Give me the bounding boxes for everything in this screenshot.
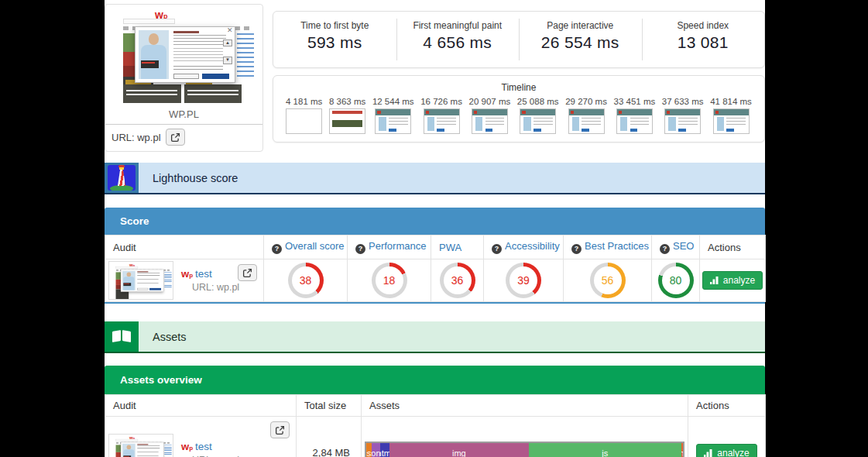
assets-stacked-bar: cssfonthtmlimgjsother — [365, 442, 684, 457]
timeline-item-6: 25 088 ms — [517, 97, 559, 134]
help-icon[interactable]: ? — [571, 244, 582, 254]
lighthouse-section-header: Lighthouse score — [105, 163, 765, 194]
timeline-thumbnail — [375, 108, 411, 134]
col-audit: Audit — [105, 395, 297, 417]
column-header-pwa[interactable]: PWA — [431, 235, 484, 259]
asset-segment-img: img — [389, 443, 529, 457]
help-icon[interactable]: ? — [355, 244, 365, 254]
metric-value: 26 554 ms — [519, 33, 642, 52]
column-header-performance[interactable]: ?Performance — [348, 235, 431, 259]
score-table: Audit?Overall score?PerformancePWA?Acces… — [105, 235, 766, 302]
timeline-item-1: 4 181 ms — [286, 97, 322, 134]
external-link-icon — [242, 268, 252, 278]
score-gauge: 39 — [506, 263, 541, 298]
actions-cell: analyze — [688, 417, 766, 457]
open-audit-button[interactable] — [270, 421, 290, 438]
timeline-thumbnail — [713, 108, 750, 134]
timeline-time: 41 814 ms — [710, 97, 752, 106]
col-total-size: Total size — [297, 395, 362, 417]
timeline-time: 12 544 ms — [372, 97, 414, 106]
app-viewport: wp ✕ ▲ ▼ — [0, 0, 868, 457]
metric-2: First meaningful paint4 656 ms — [396, 12, 520, 67]
timeline-item-5: 20 907 ms — [469, 97, 511, 134]
score-value: 36 — [444, 266, 472, 294]
timeline-thumbnail — [520, 108, 556, 134]
metric-value: 593 ms — [273, 33, 396, 52]
column-header-accessibility[interactable]: ?Accessibility — [484, 235, 564, 259]
column-header-actions: Actions — [700, 235, 766, 259]
audit-cell: wp — [105, 417, 297, 457]
timeline-thumbnail — [568, 108, 605, 134]
score-cell-pwa: 36 — [431, 259, 484, 302]
total-size-value: 2,84 MB — [297, 417, 362, 457]
summary-row: wp ✕ ▲ ▼ — [105, 0, 765, 152]
help-icon[interactable]: ? — [492, 244, 502, 254]
metric-3: Page interactive26 554 ms — [519, 12, 642, 67]
score-table-row: wp — [105, 259, 766, 302]
score-panel-heading: Score — [105, 208, 765, 235]
lighthouse-icon — [105, 163, 139, 193]
assets-panel: Assets overview Audit Total size Assets … — [105, 366, 765, 457]
asset-segment-html: html — [380, 443, 389, 457]
metric-1: Time to first byte593 ms — [273, 12, 396, 67]
help-icon[interactable]: ? — [272, 244, 282, 254]
audit-thumbnail: wp — [108, 261, 173, 300]
bar-chart-icon — [710, 276, 719, 285]
audit-cell: wp — [105, 259, 264, 302]
timeline-time: 4 181 ms — [286, 97, 322, 106]
analyze-button[interactable]: analyze — [702, 271, 763, 290]
timeline-time: 16 726 ms — [420, 97, 462, 106]
analyze-button[interactable]: analyze — [696, 444, 756, 457]
actions-cell: analyze — [700, 259, 766, 302]
assets-table-row: wp — [105, 417, 766, 457]
asset-segment-font: font — [372, 443, 380, 457]
column-header-seo[interactable]: ?SEO — [652, 235, 700, 259]
timeline-time: 29 270 ms — [565, 97, 607, 106]
timeline-thumbnail — [329, 108, 365, 134]
audit-name-link[interactable]: test — [195, 441, 212, 452]
open-audit-button[interactable] — [238, 264, 257, 281]
timeline-thumbnail — [616, 108, 653, 134]
assets-section-title: Assets — [153, 331, 187, 343]
metric-4: Speed index13 081 — [642, 12, 765, 67]
timeline-thumbnail — [472, 108, 508, 134]
score-gauge: 18 — [372, 263, 407, 298]
timeline-thumbnail — [286, 108, 322, 134]
timeline-time: 20 907 ms — [469, 97, 511, 106]
site-card: wp ✕ ▲ ▼ — [105, 4, 263, 152]
timeline-thumbnail — [424, 108, 460, 134]
wp-logo: wp — [181, 441, 193, 452]
summary-right: Time to first byte593 msFirst meaningful… — [273, 4, 765, 152]
score-cell-overall-score: 38 — [264, 259, 348, 302]
bar-chart-icon — [704, 448, 713, 457]
metric-value: 13 081 — [642, 33, 765, 52]
score-gauge: 56 — [590, 263, 626, 298]
score-cell-best-practices: 56 — [564, 259, 652, 302]
metrics-card: Time to first byte593 msFirst meaningful… — [273, 11, 765, 68]
timeline-item-10: 41 814 ms — [710, 97, 752, 134]
help-icon[interactable]: ? — [660, 244, 670, 254]
metric-label: Page interactive — [519, 20, 642, 31]
column-header-overall-score[interactable]: ?Overall score — [264, 235, 348, 259]
score-gauge: 36 — [440, 263, 475, 298]
asset-segment-js: js — [529, 443, 681, 457]
assets-table: Audit Total size Assets Actions wp — [105, 394, 766, 457]
report-page: wp ✕ ▲ ▼ — [105, 0, 765, 457]
column-header-best-practices[interactable]: ?Best Practices — [564, 235, 652, 259]
close-icon: ✕ — [227, 27, 233, 34]
open-site-button[interactable] — [166, 129, 185, 146]
timeline-item-2: 8 363 ms — [329, 97, 365, 134]
audit-url: URL: wp.pl — [181, 282, 239, 293]
timeline-time: 8 363 ms — [329, 97, 365, 106]
timeline-time: 33 451 ms — [614, 97, 656, 106]
score-gauge: 38 — [288, 263, 324, 298]
metric-label: Speed index — [642, 20, 765, 31]
col-actions: Actions — [688, 395, 766, 417]
metric-label: First meaningful paint — [396, 20, 520, 31]
score-cell-performance: 18 — [348, 259, 431, 302]
external-link-icon — [170, 132, 180, 143]
site-name: WP.PL — [105, 108, 262, 120]
metric-value: 4 656 ms — [396, 33, 520, 52]
score-value: 38 — [292, 266, 320, 294]
audit-name-link[interactable]: test — [195, 268, 212, 280]
